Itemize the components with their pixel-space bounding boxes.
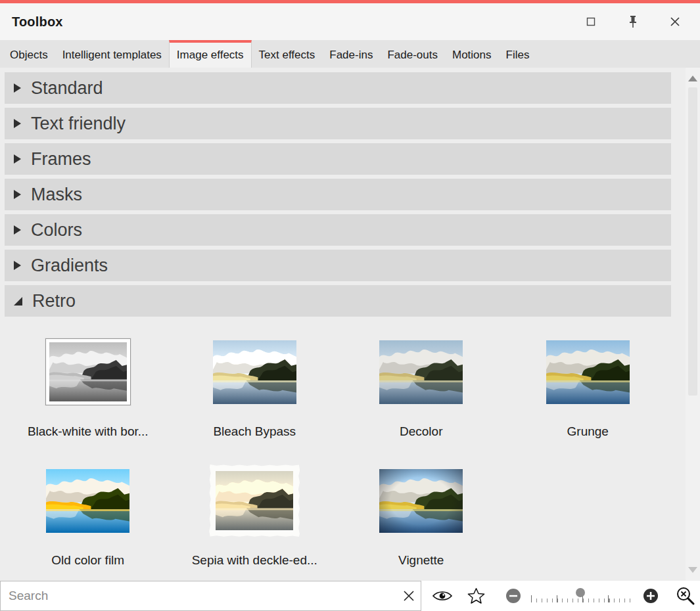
reset-zoom-icon [675,585,696,606]
pin-button[interactable] [620,9,646,35]
preview-eye-button[interactable] [432,589,453,603]
zoom-in-button[interactable] [642,587,659,604]
pin-icon [628,15,638,28]
search-input[interactable] [1,581,397,610]
effect-grunge[interactable]: Grunge [505,335,672,464]
section-retro[interactable]: Retro [5,285,671,317]
tab-objects[interactable]: Objects [3,40,55,68]
section-label: Gradients [31,256,108,276]
effect-sepia-with-deckle-edge[interactable]: Sepia with deckle-ed... [172,464,338,581]
tab-label: Motions [452,49,492,62]
effect-thumbnail[interactable] [379,340,463,404]
section-colors[interactable]: Colors [5,214,671,246]
retro-effects-grid: Black-white with bor... Bleach Bypass De… [5,335,671,581]
clear-search-icon [403,590,415,602]
section-masks[interactable]: Masks [5,179,671,210]
bottom-toolbar [0,581,700,611]
eye-icon [432,589,453,603]
tab-label: Objects [10,49,48,62]
effect-label: Sepia with deckle-ed... [192,553,317,568]
favorites-button[interactable] [467,587,485,604]
tab-image-effects[interactable]: Image effects [169,40,252,68]
zoom-out-icon [505,587,522,604]
titlebar: Toolbox [0,3,700,40]
chevron-right-icon [14,83,21,93]
image-effects-panel: Standard Text friendly Frames Masks Colo… [0,68,700,581]
section-frames[interactable]: Frames [5,143,671,175]
tab-fade-outs[interactable]: Fade-outs [380,40,445,68]
section-label: Frames [31,149,91,170]
tab-label: Fade-outs [387,49,438,62]
thumbnail-size-slider[interactable] [531,587,633,604]
zoom-out-button[interactable] [505,587,522,604]
effect-thumbnail[interactable] [46,469,129,533]
slider-thumb[interactable] [576,588,585,597]
tab-intelligent-templates[interactable]: Intelligent templates [55,40,169,68]
effect-bleach-bypass[interactable]: Bleach Bypass [172,335,338,464]
tab-label: Intelligent templates [62,49,162,62]
chevron-expanded-icon [14,297,22,306]
effect-label: Grunge [567,424,609,439]
section-gradients[interactable]: Gradients [5,250,671,281]
scroll-up-icon[interactable] [688,76,697,81]
tab-bar: Objects Intelligent templates Image effe… [0,40,700,68]
tab-motions[interactable]: Motions [445,40,499,68]
effect-thumbnail[interactable] [45,338,131,405]
chevron-right-icon [14,261,21,270]
tab-fade-ins[interactable]: Fade-ins [322,40,380,68]
clear-search-button[interactable] [397,581,421,610]
effect-black-white-with-border[interactable]: Black-white with bor... [5,335,172,464]
section-label: Standard [31,78,103,99]
tab-text-effects[interactable]: Text effects [252,40,323,68]
section-standard[interactable]: Standard [5,72,671,104]
effect-label: Bleach Bypass [213,424,296,439]
chevron-right-icon [14,190,21,199]
effect-label: Vignette [398,553,444,568]
maximize-icon [586,17,595,26]
effect-label: Old color film [51,553,124,568]
effect-label: Decolor [400,424,442,439]
chevron-right-icon [14,225,21,235]
vertical-scrollbar[interactable] [686,68,700,581]
effect-thumbnail[interactable] [546,340,630,404]
section-label: Colors [31,220,82,240]
reset-zoom-button[interactable] [675,585,696,606]
close-icon [670,16,680,27]
effect-thumbnail[interactable] [209,464,300,537]
section-label: Masks [31,185,82,205]
window-title: Toolbox [12,14,63,30]
tab-files[interactable]: Files [499,40,537,68]
zoom-in-icon [642,587,659,604]
section-label: Text friendly [31,114,126,134]
star-icon [467,587,485,604]
effect-thumbnail[interactable] [379,469,463,533]
tab-label: Image effects [177,49,244,62]
tab-label: Fade-ins [329,49,373,62]
section-text-friendly[interactable]: Text friendly [5,108,671,139]
maximize-button[interactable] [578,9,604,35]
effect-label: Black-white with bor... [28,424,149,439]
chevron-right-icon [14,119,21,128]
chevron-right-icon [14,154,21,164]
effect-thumbnail[interactable] [213,340,296,404]
effect-decolor[interactable]: Decolor [338,335,505,464]
close-button[interactable] [662,9,688,35]
section-label: Retro [32,291,76,311]
search-box [0,581,421,611]
scroll-down-icon[interactable] [688,567,697,573]
tab-label: Files [506,49,530,62]
scrollbar-thumb[interactable] [688,87,697,396]
tab-label: Text effects [259,49,315,62]
effect-vignette[interactable]: Vignette [338,464,505,581]
effect-old-color-film[interactable]: Old color film [5,464,172,581]
